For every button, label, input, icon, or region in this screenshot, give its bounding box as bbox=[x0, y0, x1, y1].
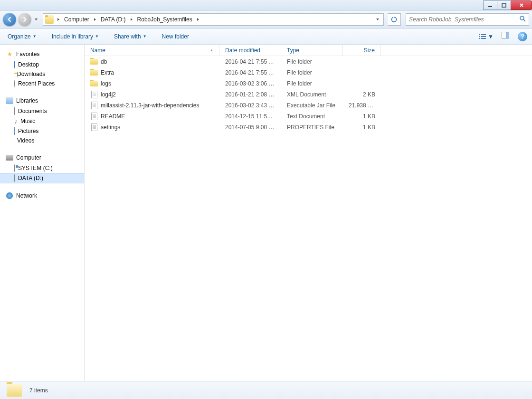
file-name: millassist-2.11.3-jar-with-dependencies bbox=[101, 102, 199, 109]
file-date-cell: 2016-03-02 3:06 PM bbox=[219, 80, 281, 87]
sidebar-item-recent[interactable]: Recent Places bbox=[0, 79, 84, 88]
breadcrumb-item[interactable]: RoboJob_Systemfiles bbox=[134, 14, 195, 25]
column-header-date[interactable]: Date modified bbox=[219, 45, 281, 56]
libraries-header[interactable]: Libraries bbox=[0, 95, 84, 106]
file-date-cell: 2014-07-05 9:00 PM bbox=[219, 124, 281, 131]
sidebar-item-drive-d[interactable]: DATA (D:) bbox=[0, 173, 84, 183]
sidebar-item-drive-c[interactable]: SYSTEM (C:) bbox=[0, 163, 84, 173]
sidebar-item-label: Documents bbox=[18, 108, 47, 114]
status-bar: 7 items bbox=[0, 381, 532, 399]
view-options-button[interactable]: ▼ bbox=[475, 31, 497, 42]
file-type-cell: Text Document bbox=[281, 113, 343, 120]
newfolder-label: New folder bbox=[162, 33, 189, 40]
sidebar-item-label: Downloads bbox=[17, 71, 45, 77]
sidebar-item-label: Videos bbox=[17, 137, 34, 144]
file-date-cell: 2016-04-21 7:55 AM bbox=[219, 58, 281, 65]
titlebar bbox=[0, 0, 532, 10]
file-name: db bbox=[101, 58, 107, 65]
organize-menu[interactable]: Organize▼ bbox=[5, 31, 39, 42]
share-menu[interactable]: Share with▼ bbox=[111, 31, 150, 42]
file-icon bbox=[90, 124, 98, 131]
back-button[interactable] bbox=[3, 13, 16, 26]
sidebar-item-desktop[interactable]: Desktop bbox=[0, 60, 84, 69]
svg-rect-5 bbox=[479, 38, 480, 39]
explorer-body: ★Favorites Desktop Downloads Recent Plac… bbox=[0, 45, 532, 381]
status-text: 7 items bbox=[29, 387, 48, 394]
include-library-menu[interactable]: Include in library▼ bbox=[49, 31, 102, 42]
file-rows: db2016-04-21 7:55 AMFile folderExtra2016… bbox=[85, 56, 532, 133]
file-size-cell: 1 KB bbox=[343, 124, 381, 131]
folder-icon bbox=[45, 15, 54, 24]
search-input[interactable] bbox=[409, 16, 519, 23]
file-name-cell: millassist-2.11.3-jar-with-dependencies bbox=[85, 102, 219, 109]
forward-button[interactable] bbox=[18, 13, 31, 26]
breadcrumb-item[interactable]: Computer bbox=[61, 14, 92, 25]
file-row[interactable]: log4j22016-01-21 2:08 PMXML Document2 KB bbox=[85, 89, 532, 100]
libraries-label: Libraries bbox=[16, 97, 38, 104]
sidebar-item-music[interactable]: ♪Music bbox=[0, 116, 84, 126]
file-row[interactable]: db2016-04-21 7:55 AMFile folder bbox=[85, 56, 532, 67]
share-label: Share with bbox=[114, 33, 141, 40]
file-type-cell: PROPERTIES File bbox=[281, 124, 343, 131]
file-size-cell: 1 KB bbox=[343, 113, 381, 120]
sidebar-item-videos[interactable]: Videos bbox=[0, 136, 84, 145]
column-header-type[interactable]: Type bbox=[281, 45, 343, 56]
organize-label: Organize bbox=[8, 33, 31, 40]
address-dropdown[interactable] bbox=[374, 16, 381, 23]
libraries-icon bbox=[6, 97, 13, 104]
breadcrumb-separator[interactable] bbox=[129, 18, 134, 21]
preview-pane-button[interactable] bbox=[502, 32, 513, 41]
pictures-icon bbox=[14, 127, 15, 135]
svg-rect-4 bbox=[479, 36, 480, 37]
computer-icon bbox=[6, 155, 13, 161]
sidebar-item-downloads[interactable]: Downloads bbox=[0, 69, 84, 79]
computer-header[interactable]: Computer bbox=[0, 152, 84, 163]
breadcrumb: ComputerDATA (D:)RoboJob_Systemfiles bbox=[61, 14, 201, 25]
breadcrumb-separator[interactable] bbox=[56, 18, 61, 21]
new-folder-button[interactable]: New folder bbox=[159, 31, 192, 42]
svg-rect-7 bbox=[481, 36, 486, 37]
computer-label: Computer bbox=[16, 154, 41, 161]
sidebar-item-label: Music bbox=[20, 118, 35, 124]
file-name-cell: settings bbox=[85, 124, 219, 131]
file-date-cell: 2016-04-21 7:55 AM bbox=[219, 69, 281, 76]
navigation-pane: ★Favorites Desktop Downloads Recent Plac… bbox=[0, 45, 85, 381]
help-button[interactable]: ? bbox=[518, 32, 527, 41]
favorites-header[interactable]: ★Favorites bbox=[0, 48, 84, 60]
sidebar-item-label: Recent Places bbox=[18, 80, 55, 87]
sidebar-item-pictures[interactable]: Pictures bbox=[0, 126, 84, 136]
file-row[interactable]: settings2014-07-05 9:00 PMPROPERTIES Fil… bbox=[85, 122, 532, 133]
file-name: Extra bbox=[101, 69, 114, 76]
column-header-name[interactable]: Name bbox=[85, 45, 219, 56]
drive-icon bbox=[14, 164, 15, 172]
refresh-button[interactable] bbox=[388, 13, 401, 26]
file-row[interactable]: millassist-2.11.3-jar-with-dependencies2… bbox=[85, 100, 532, 111]
window-controls bbox=[484, 0, 532, 10]
breadcrumb-separator[interactable] bbox=[195, 18, 201, 21]
address-bar[interactable]: ComputerDATA (D:)RoboJob_Systemfiles bbox=[43, 13, 384, 26]
minimize-button[interactable] bbox=[483, 0, 497, 10]
svg-rect-3 bbox=[479, 34, 480, 35]
file-icon bbox=[90, 113, 98, 120]
network-header[interactable]: Network bbox=[0, 190, 84, 201]
sidebar-item-documents[interactable]: Documents bbox=[0, 106, 84, 116]
dropdown-icon: ▼ bbox=[95, 34, 99, 38]
file-row[interactable]: logs2016-03-02 3:06 PMFile folder bbox=[85, 78, 532, 89]
sidebar-item-label: Pictures bbox=[18, 128, 38, 134]
file-date-cell: 2014-12-15 11:55 … bbox=[219, 113, 281, 120]
search-icon bbox=[519, 15, 526, 23]
maximize-button[interactable] bbox=[497, 0, 511, 10]
include-label: Include in library bbox=[52, 33, 93, 40]
file-row[interactable]: README2014-12-15 11:55 …Text Document1 K… bbox=[85, 111, 532, 122]
column-header-size[interactable]: Size bbox=[343, 45, 381, 56]
computer-group: Computer SYSTEM (C:) DATA (D:) bbox=[0, 152, 84, 183]
search-box[interactable] bbox=[406, 13, 529, 26]
breadcrumb-separator[interactable] bbox=[92, 18, 98, 21]
nav-history-dropdown[interactable] bbox=[33, 18, 39, 21]
file-date-cell: 2016-01-21 2:08 PM bbox=[219, 91, 281, 98]
file-name-cell: log4j2 bbox=[85, 91, 219, 98]
breadcrumb-item[interactable]: DATA (D:) bbox=[98, 14, 129, 25]
svg-rect-1 bbox=[502, 3, 506, 7]
close-button[interactable] bbox=[511, 0, 532, 10]
file-row[interactable]: Extra2016-04-21 7:55 AMFile folder bbox=[85, 67, 532, 78]
